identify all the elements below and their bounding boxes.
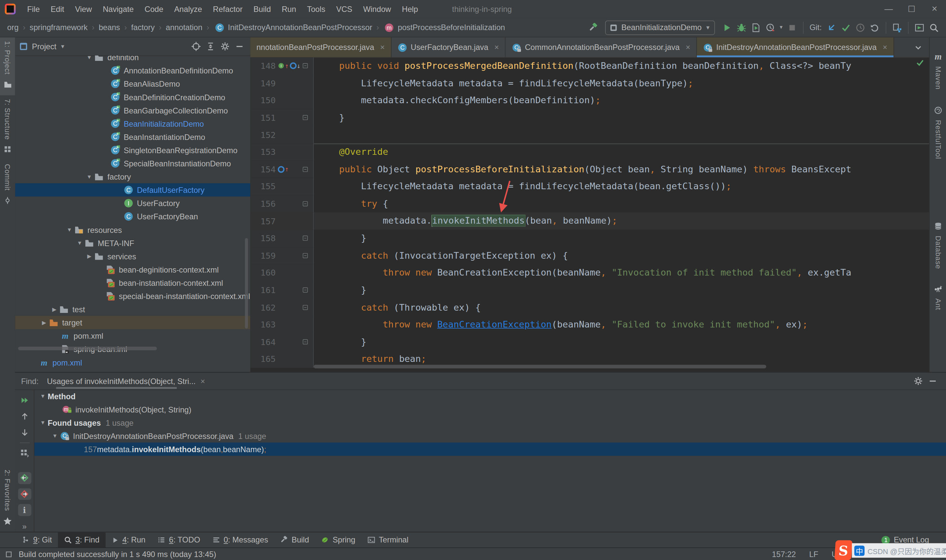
line-number[interactable]: 159 bbox=[250, 251, 276, 260]
tree-expand-icon[interactable]: ▼ bbox=[75, 240, 85, 246]
fold-marker-icon[interactable] bbox=[300, 252, 310, 259]
project-header-label[interactable]: Project bbox=[32, 42, 57, 51]
line-number[interactable]: 149 bbox=[250, 78, 276, 88]
window-square-icon[interactable] bbox=[5, 550, 13, 558]
tab-close-icon[interactable]: × bbox=[494, 43, 499, 52]
collapse-all-button-icon[interactable] bbox=[203, 39, 218, 54]
tab-close-icon[interactable]: × bbox=[380, 43, 385, 52]
tree-item-factory[interactable]: ▼ factory bbox=[15, 170, 251, 183]
close-button[interactable]: × bbox=[923, 0, 946, 18]
next-occurrence-button[interactable] bbox=[18, 427, 31, 438]
breadcrumb-item[interactable]: springframework bbox=[28, 23, 89, 32]
line-number[interactable]: 151 bbox=[250, 113, 276, 122]
find-tab-label[interactable]: Usages of invokeInitMethods(Object, Stri… bbox=[47, 377, 196, 385]
tree-item-specialbeaninstantiationdemo[interactable]: C SpecialBeanInstantiationDemo bbox=[15, 157, 251, 170]
rerun-search-button[interactable] bbox=[18, 394, 31, 406]
toolwindow-build[interactable]: Build bbox=[274, 532, 315, 548]
tree-item-pom-xml[interactable]: m pom.xml bbox=[15, 329, 251, 342]
group-by-button[interactable] bbox=[18, 448, 31, 460]
tree-expand-icon[interactable]: ▼ bbox=[85, 174, 94, 180]
git-rollback-button-icon[interactable] bbox=[867, 20, 882, 35]
line-number[interactable]: 164 bbox=[250, 337, 276, 347]
tree-expand-icon[interactable]: ▼ bbox=[65, 226, 74, 232]
hide-panel-button-icon[interactable] bbox=[233, 39, 247, 54]
more-options-button[interactable]: » bbox=[18, 520, 31, 532]
tree-item-meta-inf[interactable]: ▼ META-INF bbox=[15, 237, 251, 250]
tree-item-special-bean-instantiation-context-xml[interactable]: special-bean-instantiation-context.xml bbox=[15, 289, 251, 303]
find-tab-close-icon[interactable]: × bbox=[200, 377, 205, 385]
tree-item-services[interactable]: ▶ services bbox=[15, 250, 251, 263]
toolwindow-spring[interactable]: Spring bbox=[315, 532, 362, 548]
implementing-method-icon[interactable]: I↑ bbox=[277, 62, 289, 70]
tree-expand-icon[interactable]: ▶ bbox=[49, 306, 59, 312]
tree-item-userfactory[interactable]: I UserFactory bbox=[15, 197, 251, 210]
menu-refactor[interactable]: Refactor bbox=[208, 0, 248, 18]
menu-help[interactable]: Help bbox=[396, 0, 424, 18]
breadcrumb-item[interactable]: beans bbox=[98, 23, 122, 32]
tree-item-beaninitializationdemo[interactable]: C BeanInitializationDemo bbox=[15, 117, 251, 130]
project-vertical-scrollbar[interactable] bbox=[245, 238, 248, 328]
editor-line-153[interactable]: 153 @Override bbox=[250, 143, 929, 161]
tab-commonannotationbeanpostprocessor-java[interactable]: C CommonAnnotationBeanPostProcessor.java… bbox=[505, 37, 697, 57]
tree-item-beangarbagecollectiondemo[interactable]: C BeanGarbageCollectionDemo bbox=[15, 104, 251, 117]
git-update-button-icon[interactable] bbox=[824, 20, 839, 35]
editor-line-157[interactable]: 157 metadata.invokeInitMethods(bean, bea… bbox=[250, 212, 929, 229]
caret-position[interactable]: 157:22 bbox=[772, 549, 796, 558]
project-settings-button-icon[interactable] bbox=[218, 39, 233, 54]
line-number[interactable]: 161 bbox=[250, 285, 276, 295]
stripe-commit[interactable]: Commit bbox=[0, 160, 15, 211]
tree-item-test[interactable]: ▶ test bbox=[15, 303, 251, 316]
tree-item-bean-deginitions-context-xml[interactable]: bean-deginitions-context.xml bbox=[15, 263, 251, 276]
editor-line-150[interactable]: 150 metadata.checkConfigMembers(beanDefi… bbox=[250, 92, 929, 109]
build-hammer-icon[interactable] bbox=[586, 20, 601, 35]
fold-marker-icon[interactable] bbox=[300, 62, 310, 69]
menu-vcs[interactable]: VCS bbox=[331, 0, 358, 18]
breadcrumb-item[interactable]: org bbox=[6, 23, 20, 32]
fold-marker-icon[interactable] bbox=[300, 234, 310, 242]
tab-initdestroyannotationbeanpostprocessor-java[interactable]: C InitDestroyAnnotationBeanPostProcessor… bbox=[697, 37, 894, 57]
fold-marker-icon[interactable] bbox=[300, 286, 310, 294]
editor-line-159[interactable]: 159 catch (InvocationTargetException ex)… bbox=[250, 247, 929, 264]
compare-button-icon[interactable] bbox=[890, 20, 904, 35]
fold-marker-icon[interactable] bbox=[300, 338, 310, 345]
run-anything-button-icon[interactable] bbox=[912, 20, 927, 35]
menu-edit[interactable]: Edit bbox=[45, 0, 70, 18]
tree-item-beandefinitioncreationdemo[interactable]: C BeanDefinitionCreationDemo bbox=[15, 90, 251, 103]
navigate-from-source-button[interactable] bbox=[18, 488, 31, 500]
line-number[interactable]: 150 bbox=[250, 95, 276, 105]
find-method-item[interactable]: minvokeInitMethods(Object, String) bbox=[34, 403, 946, 416]
find-settings-button-icon[interactable] bbox=[911, 374, 926, 388]
menu-file[interactable]: File bbox=[22, 0, 45, 18]
overriding-method-icon[interactable]: ↑ bbox=[277, 165, 289, 173]
stripe-restfultool[interactable]: RestfulTool bbox=[930, 99, 946, 162]
minimize-button[interactable]: — bbox=[877, 0, 900, 18]
toolwindow-6-todo[interactable]: 6: TODO bbox=[152, 532, 206, 548]
line-number[interactable]: 156 bbox=[250, 199, 276, 209]
fold-marker-icon[interactable] bbox=[300, 114, 310, 122]
preview-usages-button[interactable]: i bbox=[18, 505, 31, 516]
project-horizontal-scrollbar[interactable] bbox=[18, 347, 157, 350]
find-usage-row[interactable]: 157 metadata.invokeInitMethods(bean, bea… bbox=[34, 443, 946, 456]
menu-view[interactable]: View bbox=[69, 0, 97, 18]
line-number[interactable]: 154 bbox=[250, 165, 276, 174]
debug-button-icon[interactable] bbox=[734, 20, 749, 35]
status-message[interactable]: Build completed successfully in 1 s 490 … bbox=[19, 549, 216, 558]
line-number[interactable]: 163 bbox=[250, 320, 276, 329]
overridden-method-icon[interactable]: ↓ bbox=[289, 62, 300, 70]
tree-item-beanaliasdemo[interactable]: C BeanAliasDemo bbox=[15, 77, 251, 90]
editor-line-156[interactable]: 156 try { bbox=[250, 195, 929, 212]
tab-nnotationbeanpostprocessor-java[interactable]: nnotationBeanPostProcessor.java× bbox=[250, 37, 391, 57]
tree-expand-icon[interactable]: ▼ bbox=[85, 55, 94, 60]
toolwindow-4-run[interactable]: 4: Run bbox=[106, 532, 152, 548]
stripe-ant[interactable]: Ant bbox=[930, 278, 946, 314]
breadcrumb-item[interactable]: factory bbox=[130, 23, 156, 32]
find-group-method[interactable]: ▼Method bbox=[34, 389, 946, 403]
breadcrumb-item[interactable]: annotation bbox=[165, 23, 203, 32]
find-file-item[interactable]: ▼CInitDestroyAnnotationBeanPostProcessor… bbox=[34, 429, 946, 443]
editor-line-148[interactable]: 148 I↑↓ public void postProcessMergedBea… bbox=[250, 57, 929, 74]
editor-line-151[interactable]: 151 } bbox=[250, 109, 929, 126]
tree-item-defaultuserfactory[interactable]: C DefaultUserFactory bbox=[15, 183, 251, 197]
tree-item-userfactorybean[interactable]: C UserFactoryBean bbox=[15, 210, 251, 223]
profiler-button-icon[interactable] bbox=[763, 20, 778, 35]
toolwindow-0-messages[interactable]: 0: Messages bbox=[206, 532, 274, 548]
